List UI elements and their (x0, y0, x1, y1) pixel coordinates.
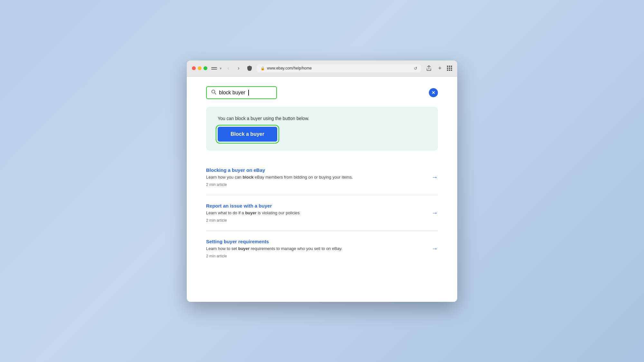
shield-icon (246, 65, 253, 71)
clear-search-button[interactable]: ✕ (429, 88, 438, 97)
featured-description: You can block a buyer using the button b… (218, 116, 426, 121)
article-meta-3: 2 min article (206, 254, 227, 258)
sidebar-toggle-icon[interactable] (211, 67, 217, 70)
search-box[interactable]: block buyer (206, 86, 277, 99)
article-arrow-2[interactable]: → (431, 209, 438, 217)
extensions-button[interactable] (447, 66, 452, 71)
article-title-3: Setting buyer requirements (206, 239, 426, 244)
new-tab-button[interactable]: + (436, 64, 444, 72)
article-description-3: Learn how to set buyer requirements to m… (206, 246, 426, 252)
article-arrow-3[interactable]: → (431, 245, 438, 252)
article-content-1: Blocking a buyer on eBay Learn how you c… (206, 167, 426, 187)
traffic-lights (192, 66, 207, 70)
toolbar-left: ▾ ‹ › (211, 64, 242, 72)
article-title-1: Blocking a buyer on eBay (206, 167, 426, 173)
address-bar[interactable]: 🔒 www.ebay.com/help/home ↺ (257, 64, 421, 72)
clear-icon: ✕ (431, 90, 435, 95)
article-content-2: Report an issue with a buyer Learn what … (206, 203, 426, 223)
share-button[interactable] (425, 64, 433, 72)
article-meta-2: 2 min article (206, 218, 227, 223)
article-item-2[interactable]: Report an issue with a buyer Learn what … (206, 195, 438, 231)
search-cursor (248, 90, 249, 96)
article-meta-1: 2 min article (206, 182, 227, 187)
maximize-button[interactable] (204, 66, 207, 70)
lock-icon: 🔒 (260, 66, 265, 70)
back-button[interactable]: ‹ (224, 64, 232, 72)
article-list: Blocking a buyer on eBay Learn how you c… (206, 160, 438, 267)
block-buyer-button[interactable]: Block a buyer (218, 127, 277, 142)
svg-line-1 (214, 93, 216, 94)
article-content-3: Setting buyer requirements Learn how to … (206, 239, 426, 259)
title-bar: ▾ ‹ › 🔒 www.ebay.com/help/home ↺ + (187, 60, 457, 77)
url-text: www.ebay.com/help/home (267, 66, 312, 70)
browser-window: ▾ ‹ › 🔒 www.ebay.com/help/home ↺ + (187, 60, 457, 302)
search-input[interactable]: block buyer (219, 90, 245, 96)
article-arrow-1[interactable]: → (431, 173, 438, 181)
article-item-3[interactable]: Setting buyer requirements Learn how to … (206, 231, 438, 266)
svg-point-0 (212, 90, 215, 93)
search-icon (211, 89, 216, 96)
article-description-1: Learn how you can block eBay members fro… (206, 174, 426, 180)
close-button[interactable] (192, 66, 196, 70)
refresh-button[interactable]: ↺ (414, 66, 417, 71)
search-container: block buyer ✕ (206, 86, 438, 99)
article-description-2: Learn what to do if a buyer is violating… (206, 210, 426, 216)
article-item-1[interactable]: Blocking a buyer on eBay Learn how you c… (206, 160, 438, 195)
minimize-button[interactable] (198, 66, 202, 70)
forward-button[interactable]: › (235, 64, 242, 72)
sidebar-chevron-icon: ▾ (220, 66, 222, 71)
page-content: block buyer ✕ You can block a buyer usin… (187, 77, 457, 302)
toolbar-right: + (425, 64, 452, 72)
article-title-2: Report an issue with a buyer (206, 203, 426, 209)
featured-box: You can block a buyer using the button b… (206, 107, 438, 151)
